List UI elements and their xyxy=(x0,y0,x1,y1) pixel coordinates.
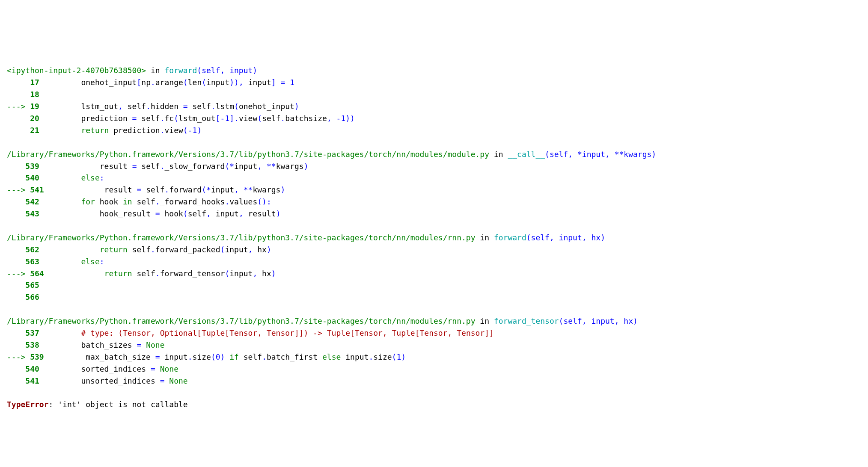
current-arrow: ---> xyxy=(7,269,30,278)
line-number: 540 xyxy=(7,364,44,373)
line-number: 562 xyxy=(7,245,44,254)
line-number: 542 xyxy=(7,197,44,206)
frame-location: <ipython-input-2-4070b7638500> xyxy=(7,66,146,75)
line-number: 566 xyxy=(7,293,44,301)
line-number: 539 xyxy=(7,162,44,171)
current-arrow: ---> xyxy=(7,185,30,194)
line-number: 537 xyxy=(7,328,44,337)
current-arrow: ---> xyxy=(7,102,30,111)
line-number: 541 xyxy=(7,376,44,385)
error-message: 'int' object is not callable xyxy=(58,400,187,409)
traceback-output: <ipython-input-2-4070b7638500> in forwar… xyxy=(7,53,861,411)
current-arrow: ---> xyxy=(7,352,30,361)
error-type: TypeError xyxy=(7,400,49,409)
line-number: 538 xyxy=(7,340,44,349)
line-number: 543 xyxy=(7,209,44,218)
frame-path: /Library/Frameworks/Python.framework/Ver… xyxy=(7,316,476,325)
frame-path: /Library/Frameworks/Python.framework/Ver… xyxy=(7,150,489,159)
line-number: 17 xyxy=(7,78,44,87)
line-number: 18 xyxy=(7,90,44,99)
line-number: 540 xyxy=(7,173,44,182)
line-number: 563 xyxy=(7,257,44,266)
line-number: 20 xyxy=(7,114,44,123)
line-number: 565 xyxy=(7,281,44,290)
line-number: 21 xyxy=(7,126,44,135)
frame-path: /Library/Frameworks/Python.framework/Ver… xyxy=(7,233,476,242)
